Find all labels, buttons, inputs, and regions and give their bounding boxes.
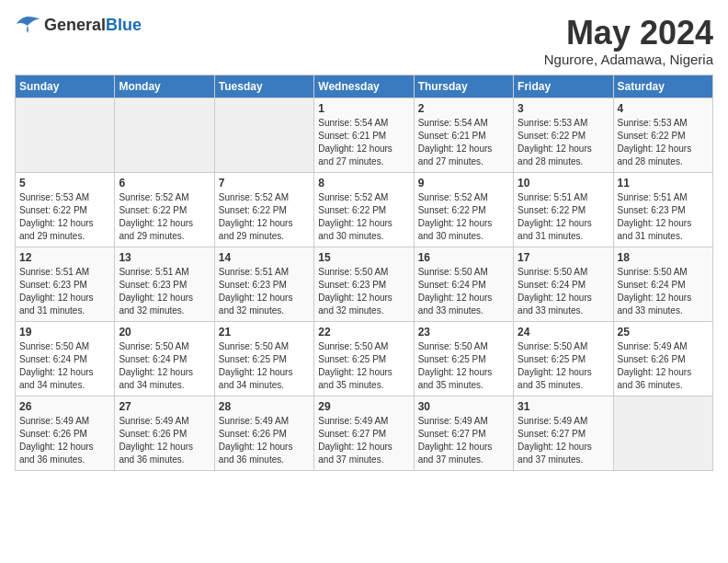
day-info: Sunrise: 5:50 AM Sunset: 6:25 PM Dayligh… xyxy=(418,340,509,392)
calendar-cell: 17Sunrise: 5:50 AM Sunset: 6:24 PM Dayli… xyxy=(514,247,613,321)
day-number: 7 xyxy=(219,177,310,190)
logo: GeneralBlue xyxy=(15,15,142,35)
day-of-week-header: Tuesday xyxy=(214,75,313,98)
day-info: Sunrise: 5:51 AM Sunset: 6:23 PM Dayligh… xyxy=(618,191,709,243)
calendar-cell: 9Sunrise: 5:52 AM Sunset: 6:22 PM Daylig… xyxy=(414,172,513,247)
calendar-table: SundayMondayTuesdayWednesdayThursdayFrid… xyxy=(15,75,713,471)
calendar-cell: 31Sunrise: 5:49 AM Sunset: 6:27 PM Dayli… xyxy=(514,396,613,470)
calendar-cell: 8Sunrise: 5:52 AM Sunset: 6:22 PM Daylig… xyxy=(314,172,414,247)
day-info: Sunrise: 5:50 AM Sunset: 6:24 PM Dayligh… xyxy=(119,340,210,392)
location-subtitle: Ngurore, Adamawa, Nigeria xyxy=(544,52,713,67)
day-number: 12 xyxy=(19,251,110,264)
day-info: Sunrise: 5:53 AM Sunset: 6:22 PM Dayligh… xyxy=(618,117,709,168)
calendar-cell: 16Sunrise: 5:50 AM Sunset: 6:24 PM Dayli… xyxy=(414,247,513,321)
calendar-cell: 21Sunrise: 5:50 AM Sunset: 6:25 PM Dayli… xyxy=(214,321,313,396)
logo-blue: Blue xyxy=(106,16,142,34)
day-info: Sunrise: 5:49 AM Sunset: 6:26 PM Dayligh… xyxy=(19,415,110,466)
day-info: Sunrise: 5:54 AM Sunset: 6:21 PM Dayligh… xyxy=(318,117,409,168)
day-number: 11 xyxy=(618,177,709,190)
day-number: 21 xyxy=(219,326,310,339)
calendar-cell: 4Sunrise: 5:53 AM Sunset: 6:22 PM Daylig… xyxy=(613,98,712,172)
day-number: 3 xyxy=(518,102,609,115)
calendar-cell: 2Sunrise: 5:54 AM Sunset: 6:21 PM Daylig… xyxy=(414,98,513,172)
day-info: Sunrise: 5:51 AM Sunset: 6:23 PM Dayligh… xyxy=(119,266,210,317)
calendar-cell: 26Sunrise: 5:49 AM Sunset: 6:26 PM Dayli… xyxy=(16,396,115,470)
day-of-week-header: Thursday xyxy=(414,75,513,98)
calendar-cell: 1Sunrise: 5:54 AM Sunset: 6:21 PM Daylig… xyxy=(314,98,414,172)
day-number: 20 xyxy=(119,326,210,339)
calendar-cell: 30Sunrise: 5:49 AM Sunset: 6:27 PM Dayli… xyxy=(414,396,513,470)
day-number: 6 xyxy=(119,177,210,190)
day-number: 24 xyxy=(518,326,609,339)
day-info: Sunrise: 5:49 AM Sunset: 6:27 PM Dayligh… xyxy=(318,415,409,466)
day-info: Sunrise: 5:50 AM Sunset: 6:25 PM Dayligh… xyxy=(518,340,609,392)
calendar-cell: 7Sunrise: 5:52 AM Sunset: 6:22 PM Daylig… xyxy=(214,172,313,247)
day-info: Sunrise: 5:50 AM Sunset: 6:24 PM Dayligh… xyxy=(19,340,110,392)
calendar-week-row: 19Sunrise: 5:50 AM Sunset: 6:24 PM Dayli… xyxy=(16,321,713,396)
day-info: Sunrise: 5:51 AM Sunset: 6:22 PM Dayligh… xyxy=(518,191,609,243)
day-of-week-header: Saturday xyxy=(613,75,712,98)
day-info: Sunrise: 5:50 AM Sunset: 6:24 PM Dayligh… xyxy=(618,266,709,317)
day-info: Sunrise: 5:50 AM Sunset: 6:24 PM Dayligh… xyxy=(418,266,509,317)
day-number: 16 xyxy=(418,251,509,264)
day-number: 19 xyxy=(19,326,110,339)
title-block: May 2024 Ngurore, Adamawa, Nigeria xyxy=(544,15,713,67)
day-info: Sunrise: 5:49 AM Sunset: 6:27 PM Dayligh… xyxy=(518,415,609,466)
logo-general: General xyxy=(44,16,106,34)
day-number: 1 xyxy=(318,102,409,115)
day-number: 4 xyxy=(618,102,709,115)
calendar-cell: 5Sunrise: 5:53 AM Sunset: 6:22 PM Daylig… xyxy=(16,172,115,247)
day-number: 26 xyxy=(19,400,110,413)
calendar-cell: 14Sunrise: 5:51 AM Sunset: 6:23 PM Dayli… xyxy=(214,247,313,321)
day-number: 14 xyxy=(219,251,310,264)
calendar-cell: 28Sunrise: 5:49 AM Sunset: 6:26 PM Dayli… xyxy=(214,396,313,470)
day-info: Sunrise: 5:53 AM Sunset: 6:22 PM Dayligh… xyxy=(19,191,110,243)
calendar-week-row: 26Sunrise: 5:49 AM Sunset: 6:26 PM Dayli… xyxy=(16,396,713,470)
day-info: Sunrise: 5:53 AM Sunset: 6:22 PM Dayligh… xyxy=(518,117,609,168)
calendar-cell: 10Sunrise: 5:51 AM Sunset: 6:22 PM Dayli… xyxy=(514,172,613,247)
calendar-cell: 15Sunrise: 5:50 AM Sunset: 6:23 PM Dayli… xyxy=(314,247,414,321)
day-number: 31 xyxy=(518,400,609,413)
day-number: 9 xyxy=(418,177,509,190)
day-number: 15 xyxy=(318,251,409,264)
day-info: Sunrise: 5:52 AM Sunset: 6:22 PM Dayligh… xyxy=(219,191,310,243)
day-number: 23 xyxy=(418,326,509,339)
calendar-cell xyxy=(613,396,712,470)
calendar-cell: 6Sunrise: 5:52 AM Sunset: 6:22 PM Daylig… xyxy=(115,172,214,247)
day-info: Sunrise: 5:52 AM Sunset: 6:22 PM Dayligh… xyxy=(418,191,509,243)
day-info: Sunrise: 5:50 AM Sunset: 6:25 PM Dayligh… xyxy=(219,340,310,392)
page-header: GeneralBlue May 2024 Ngurore, Adamawa, N… xyxy=(15,15,713,67)
calendar-header-row: SundayMondayTuesdayWednesdayThursdayFrid… xyxy=(16,75,713,98)
day-number: 10 xyxy=(518,177,609,190)
day-info: Sunrise: 5:51 AM Sunset: 6:23 PM Dayligh… xyxy=(219,266,310,317)
day-info: Sunrise: 5:52 AM Sunset: 6:22 PM Dayligh… xyxy=(318,191,409,243)
day-number: 17 xyxy=(518,251,609,264)
calendar-week-row: 12Sunrise: 5:51 AM Sunset: 6:23 PM Dayli… xyxy=(16,247,713,321)
calendar-cell: 25Sunrise: 5:49 AM Sunset: 6:26 PM Dayli… xyxy=(613,321,712,396)
calendar-cell: 12Sunrise: 5:51 AM Sunset: 6:23 PM Dayli… xyxy=(16,247,115,321)
calendar-cell: 22Sunrise: 5:50 AM Sunset: 6:25 PM Dayli… xyxy=(314,321,414,396)
day-info: Sunrise: 5:54 AM Sunset: 6:21 PM Dayligh… xyxy=(418,117,509,168)
calendar-cell: 19Sunrise: 5:50 AM Sunset: 6:24 PM Dayli… xyxy=(16,321,115,396)
calendar-cell: 13Sunrise: 5:51 AM Sunset: 6:23 PM Dayli… xyxy=(115,247,214,321)
day-info: Sunrise: 5:50 AM Sunset: 6:25 PM Dayligh… xyxy=(318,340,409,392)
day-of-week-header: Friday xyxy=(514,75,613,98)
day-number: 5 xyxy=(19,177,110,190)
logo-text: GeneralBlue xyxy=(44,16,142,35)
logo-icon xyxy=(15,15,40,35)
day-number: 18 xyxy=(618,251,709,264)
calendar-cell: 29Sunrise: 5:49 AM Sunset: 6:27 PM Dayli… xyxy=(314,396,414,470)
calendar-cell xyxy=(16,98,115,172)
day-number: 2 xyxy=(418,102,509,115)
day-number: 27 xyxy=(119,400,210,413)
day-number: 29 xyxy=(318,400,409,413)
calendar-week-row: 5Sunrise: 5:53 AM Sunset: 6:22 PM Daylig… xyxy=(16,172,713,247)
calendar-cell: 18Sunrise: 5:50 AM Sunset: 6:24 PM Dayli… xyxy=(613,247,712,321)
calendar-cell: 23Sunrise: 5:50 AM Sunset: 6:25 PM Dayli… xyxy=(414,321,513,396)
day-number: 13 xyxy=(119,251,210,264)
day-info: Sunrise: 5:50 AM Sunset: 6:24 PM Dayligh… xyxy=(518,266,609,317)
day-info: Sunrise: 5:49 AM Sunset: 6:26 PM Dayligh… xyxy=(219,415,310,466)
day-number: 28 xyxy=(219,400,310,413)
day-info: Sunrise: 5:49 AM Sunset: 6:26 PM Dayligh… xyxy=(618,340,709,392)
day-info: Sunrise: 5:49 AM Sunset: 6:26 PM Dayligh… xyxy=(119,415,210,466)
